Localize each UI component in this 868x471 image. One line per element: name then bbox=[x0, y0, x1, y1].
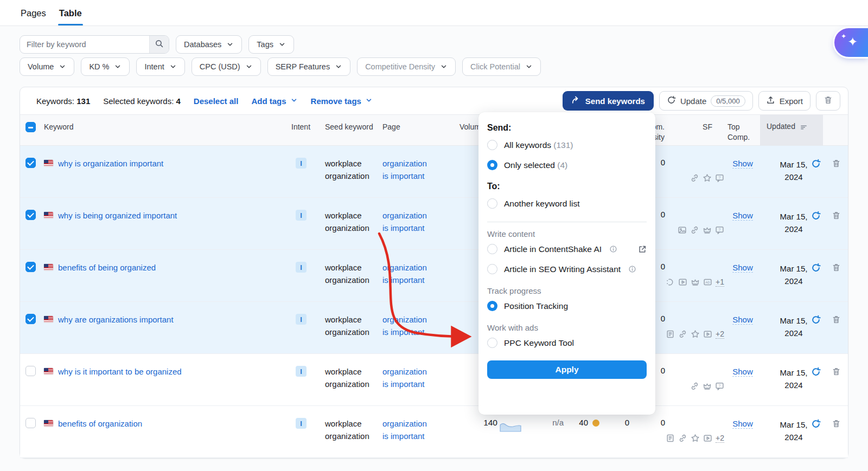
page-link[interactable]: organization is important bbox=[382, 263, 427, 285]
option-another-keyword-list[interactable]: Another keyword list bbox=[487, 193, 647, 214]
row-checkbox[interactable] bbox=[25, 314, 36, 324]
show-link[interactable]: Show bbox=[732, 419, 753, 429]
show-link[interactable]: Show bbox=[732, 159, 753, 169]
table-row: why are organizations important I workpl… bbox=[20, 302, 848, 354]
row-delete-icon[interactable] bbox=[832, 315, 841, 353]
volume-filter[interactable]: Volume bbox=[20, 57, 74, 76]
keyword-link[interactable]: why is organization important bbox=[58, 159, 163, 168]
show-link[interactable]: Show bbox=[732, 367, 753, 377]
page-link[interactable]: organization is important bbox=[382, 419, 427, 441]
col-top-comp[interactable]: Top Comp. bbox=[725, 115, 760, 145]
option-contentshake[interactable]: Article in ContentShake AI bbox=[487, 239, 647, 259]
keyword-link[interactable]: benefits of being organized bbox=[58, 263, 156, 272]
svg-text:?: ? bbox=[719, 176, 721, 179]
radio-icon[interactable] bbox=[487, 264, 497, 274]
refresh-icon[interactable] bbox=[811, 315, 821, 353]
keyword-link[interactable]: why is it important to be organized bbox=[58, 367, 182, 376]
seed-keyword-value: workplace organization bbox=[325, 302, 382, 353]
updated-date: Mar 15, 2024 bbox=[780, 315, 808, 353]
col-sf[interactable]: SF bbox=[669, 115, 725, 145]
col-keyword[interactable]: Keyword bbox=[44, 115, 291, 145]
intent-filter[interactable]: Intent bbox=[136, 57, 184, 76]
apply-button[interactable]: Apply bbox=[487, 360, 647, 379]
update-button[interactable]: Update0/5,000 bbox=[659, 91, 753, 111]
row-delete-icon[interactable] bbox=[832, 211, 841, 249]
external-link-icon[interactable] bbox=[638, 245, 647, 254]
col-seed-keyword[interactable]: Seed keyword bbox=[325, 115, 382, 145]
delete-button[interactable] bbox=[816, 91, 840, 111]
refresh-icon[interactable] bbox=[811, 263, 821, 301]
keyword-link[interactable]: why are organizations important bbox=[58, 315, 174, 324]
col-page[interactable]: Page bbox=[382, 115, 442, 145]
option-position-tracking-label: Position Tracking bbox=[504, 301, 568, 311]
option-all-keywords[interactable]: All keywords (131) bbox=[487, 135, 647, 155]
tab-table[interactable]: Table bbox=[58, 8, 83, 25]
us-flag-icon bbox=[44, 316, 53, 322]
remove-tags-dropdown[interactable]: Remove tags bbox=[311, 96, 373, 106]
databases-filter-label: Databases bbox=[184, 40, 221, 49]
radio-icon[interactable] bbox=[487, 244, 497, 254]
comment-icon: ? bbox=[715, 173, 724, 183]
sf-more-link[interactable]: +2 bbox=[716, 434, 724, 443]
intent-badge: I bbox=[296, 262, 307, 273]
info-icon[interactable] bbox=[609, 245, 617, 253]
row-delete-icon[interactable] bbox=[832, 367, 841, 405]
sort-icon[interactable] bbox=[800, 124, 808, 145]
select-all-checkbox[interactable] bbox=[25, 122, 36, 132]
radio-icon[interactable] bbox=[487, 160, 497, 170]
row-checkbox[interactable] bbox=[25, 210, 36, 220]
page-link[interactable]: organization is important bbox=[382, 211, 427, 233]
history-icon bbox=[666, 278, 675, 287]
intent-badge: I bbox=[296, 418, 307, 429]
refresh-icon[interactable] bbox=[811, 159, 821, 197]
page-link[interactable]: organization is important bbox=[382, 367, 427, 389]
radio-icon[interactable] bbox=[487, 140, 497, 150]
refresh-icon[interactable] bbox=[811, 367, 821, 405]
click-potential-filter[interactable]: Click Potential bbox=[462, 57, 541, 76]
keyword-link[interactable]: benefits of organization bbox=[58, 419, 142, 428]
tags-filter[interactable]: Tags bbox=[248, 35, 294, 54]
radio-icon[interactable] bbox=[487, 338, 497, 348]
info-icon[interactable] bbox=[628, 265, 636, 273]
page-link[interactable]: organization is important bbox=[382, 315, 427, 337]
keyword-link[interactable]: why is being organized important bbox=[58, 211, 177, 220]
row-checkbox[interactable] bbox=[25, 418, 36, 428]
show-link[interactable]: Show bbox=[732, 263, 753, 273]
ai-assistant-button[interactable]: ✦ ✦ bbox=[834, 28, 868, 57]
option-ppc-keyword-tool[interactable]: PPC Keyword Tool bbox=[487, 333, 647, 353]
col-updated[interactable]: Updated bbox=[760, 115, 823, 145]
col-intent[interactable]: Intent bbox=[291, 115, 325, 145]
option-only-selected[interactable]: Only selected (4) bbox=[487, 155, 647, 175]
snippet-icon bbox=[666, 434, 675, 443]
databases-filter[interactable]: Databases bbox=[176, 35, 242, 54]
row-delete-icon[interactable] bbox=[832, 419, 841, 457]
search-button[interactable] bbox=[149, 36, 169, 53]
serp-features-filter[interactable]: SERP Features bbox=[267, 57, 350, 76]
competitive-density-filter[interactable]: Competitive Density bbox=[357, 57, 456, 76]
seed-keyword-value: workplace organization bbox=[325, 354, 382, 405]
sf-more-link[interactable]: +2 bbox=[716, 330, 724, 339]
radio-icon[interactable] bbox=[487, 301, 497, 311]
kd-filter[interactable]: KD % bbox=[81, 57, 130, 76]
row-delete-icon[interactable] bbox=[832, 159, 841, 197]
show-link[interactable]: Show bbox=[732, 315, 753, 325]
show-link[interactable]: Show bbox=[732, 211, 753, 221]
page-link[interactable]: organization is important bbox=[382, 159, 427, 180]
deselect-all-link[interactable]: Deselect all bbox=[194, 96, 239, 106]
row-checkbox[interactable] bbox=[25, 262, 36, 272]
row-checkbox[interactable] bbox=[25, 158, 36, 168]
send-keywords-button[interactable]: Send keywords bbox=[563, 91, 654, 111]
cpc-filter[interactable]: CPC (USD) bbox=[192, 57, 261, 76]
radio-icon[interactable] bbox=[487, 198, 497, 209]
tab-pages[interactable]: Pages bbox=[20, 8, 47, 25]
row-delete-icon[interactable] bbox=[832, 263, 841, 301]
option-seo-writing-assistant[interactable]: Article in SEO Writing Assistant bbox=[487, 259, 647, 279]
refresh-icon[interactable] bbox=[811, 211, 821, 249]
keyword-filter-input[interactable] bbox=[20, 36, 149, 53]
refresh-icon[interactable] bbox=[811, 419, 821, 457]
export-button[interactable]: Export bbox=[758, 91, 810, 111]
sf-more-link[interactable]: +1 bbox=[716, 278, 724, 287]
option-position-tracking[interactable]: Position Tracking bbox=[487, 296, 647, 316]
row-checkbox[interactable] bbox=[25, 366, 36, 376]
add-tags-dropdown[interactable]: Add tags bbox=[251, 96, 297, 106]
